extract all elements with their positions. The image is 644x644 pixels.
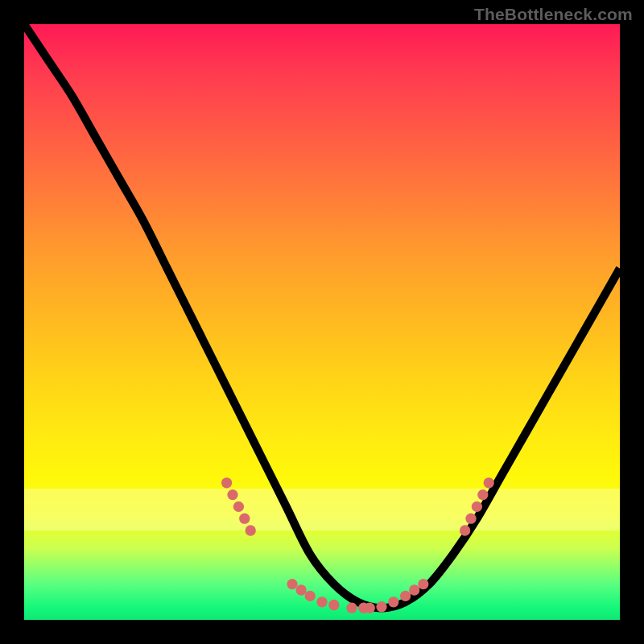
highlight-dot <box>295 584 306 595</box>
highlight-dot <box>418 579 428 589</box>
bottleneck-curve <box>24 24 620 608</box>
highlight-dot <box>472 502 482 512</box>
highlight-dot <box>233 502 244 512</box>
highlight-dot <box>376 601 386 612</box>
highlight-dot <box>465 514 476 524</box>
highlight-dot <box>239 514 250 524</box>
chart-svg <box>24 24 620 620</box>
highlight-dot <box>388 597 398 607</box>
highlight-dot <box>328 600 339 610</box>
highlight-dot <box>287 579 297 589</box>
highlight-dot <box>460 525 470 535</box>
highlight-dot <box>477 489 488 500</box>
highlight-dot <box>400 591 411 601</box>
chart-frame <box>24 24 620 620</box>
highlight-dot <box>221 477 232 488</box>
highlight-dot <box>246 525 256 535</box>
highlight-dot <box>409 584 419 595</box>
attribution-text: TheBottleneck.com <box>474 5 633 24</box>
highlight-dots-group <box>221 477 494 613</box>
highlight-dot <box>365 603 375 613</box>
highlight-dot <box>484 477 494 488</box>
highlight-dot <box>346 603 357 613</box>
highlight-dot <box>305 591 316 601</box>
highlight-dot <box>227 489 237 500</box>
highlight-dot <box>316 597 327 607</box>
